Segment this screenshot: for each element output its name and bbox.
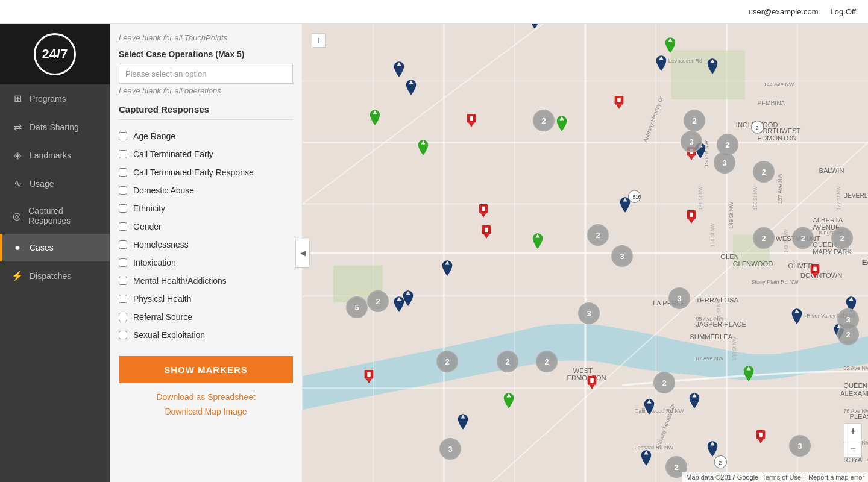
sidebar-item-usage[interactable]: ∿Usage <box>0 169 110 198</box>
map-cluster[interactable]: 2 <box>792 227 814 249</box>
collapse-panel-button[interactable]: ◀ <box>295 239 310 268</box>
map-cluster[interactable]: 3 <box>668 287 690 309</box>
download-spreadsheet-link[interactable]: Download as Spreadsheet <box>119 392 293 402</box>
checkbox-5[interactable] <box>119 222 127 231</box>
map-marker-blue[interactable] <box>688 392 701 410</box>
logout-link[interactable]: Log Off <box>831 7 856 16</box>
sidebar-item-captured-responses[interactable]: ◎Captured Responses <box>0 198 110 234</box>
map-marker-blue[interactable] <box>404 78 418 96</box>
svg-marker-155 <box>616 105 621 109</box>
map-marker-red[interactable] <box>612 93 626 111</box>
map-cluster[interactable]: 3 <box>714 152 735 174</box>
sidebar-item-programs[interactable]: ⊞Programs <box>0 84 110 113</box>
svg-text:ALEXANDRA: ALEXANDRA <box>840 390 868 397</box>
map-cluster[interactable]: 2 <box>587 224 609 246</box>
checkbox-11[interactable] <box>119 331 127 339</box>
svg-text:137 Ave NW: 137 Ave NW <box>777 173 783 204</box>
logo: 24/7 <box>34 33 76 75</box>
map-marker-red[interactable] <box>685 208 698 226</box>
map-marker-blue[interactable] <box>790 307 804 325</box>
programs-icon: ⊞ <box>11 93 24 104</box>
map-marker-red[interactable] <box>808 262 822 280</box>
zoom-in-button[interactable]: + <box>844 424 861 440</box>
map-cluster[interactable]: 2 <box>536 351 558 372</box>
svg-text:144 Ave NW: 144 Ave NW <box>764 81 794 87</box>
sidebar-item-cases[interactable]: ●Cases <box>0 234 110 261</box>
map-marker-red[interactable] <box>477 202 490 220</box>
map-cluster[interactable]: 3 <box>578 302 600 324</box>
map-marker-red[interactable] <box>585 374 599 392</box>
map-marker-red[interactable] <box>754 428 767 446</box>
map-marker-blue[interactable] <box>528 24 541 30</box>
map-marker-blue[interactable] <box>706 440 719 458</box>
checkbox-3[interactable] <box>119 186 127 195</box>
checkbox-6[interactable] <box>119 240 127 249</box>
checkbox-8[interactable] <box>119 277 127 285</box>
map-marker-blue[interactable] <box>401 289 415 307</box>
map-cluster[interactable]: 3 <box>439 438 461 460</box>
map-marker-blue[interactable] <box>655 54 668 72</box>
checkbox-label: Domestic Abuse <box>133 186 194 195</box>
landmarks-icon: ◈ <box>11 149 24 161</box>
map-marker-blue[interactable] <box>640 449 653 467</box>
zoom-out-button[interactable]: − <box>844 440 861 457</box>
map-cluster[interactable]: 2 <box>533 110 555 131</box>
checkbox-4[interactable] <box>119 204 127 213</box>
checkbox-7[interactable] <box>119 258 127 267</box>
map-marker-red[interactable] <box>465 111 478 130</box>
map-marker-blue[interactable] <box>706 57 719 75</box>
sidebar-item-landmarks[interactable]: ◈Landmarks <box>0 141 110 169</box>
show-markers-button[interactable]: SHOW MARKERS <box>119 356 293 383</box>
map-cluster[interactable]: 2 <box>753 161 775 183</box>
hint-operations: Leave blank for all operations <box>119 86 293 95</box>
map-marker-blue[interactable] <box>392 60 406 78</box>
sidebar-item-data-sharing[interactable]: ⇄Data Sharing <box>0 113 110 141</box>
zoom-controls: + − <box>844 423 862 458</box>
operations-select[interactable]: Please select an option <box>119 64 293 84</box>
checkbox-2[interactable] <box>119 168 127 177</box>
map-cluster[interactable]: 3 <box>611 245 633 267</box>
checkbox-9[interactable] <box>119 295 127 303</box>
operations-title: Select Case Operations (Max 5) <box>119 49 293 59</box>
map-marker-green[interactable] <box>368 108 382 127</box>
map-marker-green[interactable] <box>417 139 430 157</box>
checkbox-10[interactable] <box>119 313 127 321</box>
map-marker-blue[interactable] <box>643 398 656 416</box>
map-marker-green[interactable] <box>555 114 568 133</box>
map-marker-green[interactable] <box>531 232 544 250</box>
map-cluster[interactable]: 3 <box>681 131 702 152</box>
checkbox-0[interactable] <box>119 132 127 140</box>
svg-text:178 St NW: 178 St NW <box>710 223 715 247</box>
map-marker-green[interactable] <box>502 392 515 410</box>
map-marker-blue[interactable] <box>618 196 632 214</box>
map-cluster[interactable]: 2 <box>497 351 518 372</box>
map-area[interactable]: NORTHWEST EDMONTON BALWIN BEVERLY ALBERT… <box>303 24 868 482</box>
map-info-button[interactable]: i <box>312 33 326 48</box>
map-marker-blue[interactable] <box>456 413 470 431</box>
map-cluster[interactable]: 2 <box>684 110 705 131</box>
top-bar: user@example.com Log Off <box>0 0 868 24</box>
map-cluster[interactable]: 2 <box>436 351 458 372</box>
map-cluster[interactable]: 2 <box>753 227 775 249</box>
data-sharing-icon: ⇄ <box>11 121 24 133</box>
map-cluster[interactable]: 3 <box>789 435 811 457</box>
map-cluster[interactable]: 5 <box>346 296 368 318</box>
sidebar-item-dispatches[interactable]: ⚡Dispatches <box>0 261 110 290</box>
map-marker-red[interactable] <box>362 368 376 386</box>
checkbox-item: Sexual Exploitation <box>119 326 293 344</box>
checkbox-item: Mental Health/Addictions <box>119 272 293 290</box>
svg-text:GLENWOOD: GLENWOOD <box>733 260 773 268</box>
map-cluster[interactable]: 2 <box>831 227 853 249</box>
sidebar-item-label: Dispatches <box>30 271 71 281</box>
map-marker-green[interactable] <box>742 365 755 383</box>
map-marker-green[interactable] <box>664 36 677 54</box>
terms-link[interactable]: Terms of Use <box>762 474 801 481</box>
checkbox-1[interactable] <box>119 150 127 158</box>
map-cluster[interactable]: 3 <box>837 308 859 330</box>
report-error-link[interactable]: Report a map error <box>808 474 864 481</box>
map-cluster[interactable]: 2 <box>367 290 389 312</box>
download-map-image-link[interactable]: Download Map Image <box>119 407 293 416</box>
map-marker-red[interactable] <box>480 223 493 241</box>
map-marker-blue[interactable] <box>441 259 454 277</box>
map-cluster[interactable]: 2 <box>653 372 675 393</box>
